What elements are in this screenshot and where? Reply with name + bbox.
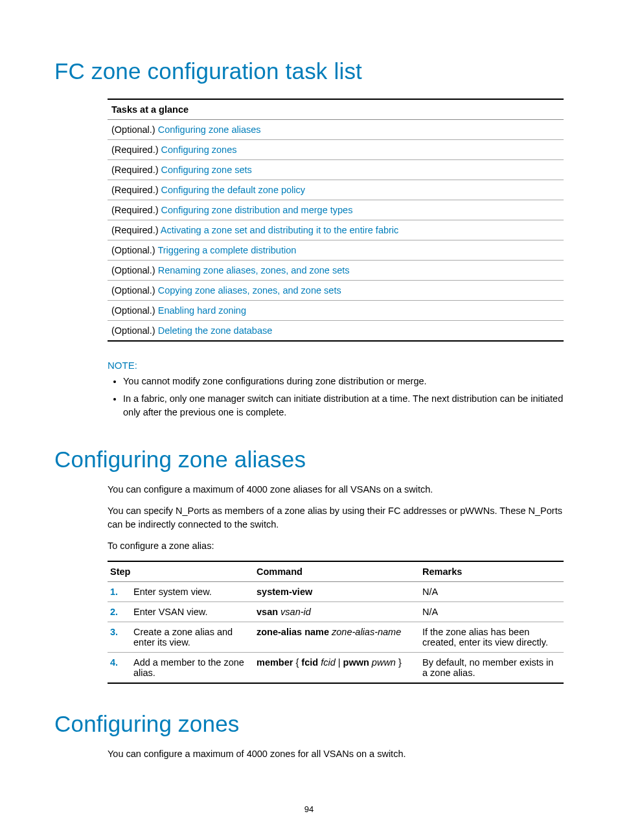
task-link[interactable]: Activating a zone set and distributing i… bbox=[161, 225, 399, 235]
steps-header-command: Command bbox=[254, 561, 420, 582]
step-description: Create a zone alias and enter its view. bbox=[131, 622, 254, 653]
step-command: system-view bbox=[254, 582, 420, 602]
task-prefix: (Optional.) bbox=[111, 325, 158, 336]
task-row: (Required.) Configuring zone distributio… bbox=[108, 200, 564, 220]
task-prefix: (Optional.) bbox=[111, 305, 158, 316]
task-prefix: (Optional.) bbox=[111, 124, 158, 135]
task-prefix: (Required.) bbox=[111, 185, 161, 195]
task-prefix: (Required.) bbox=[111, 165, 161, 175]
task-row: (Optional.) Copying zone aliases, zones,… bbox=[108, 281, 564, 301]
task-link[interactable]: Configuring zone distribution and merge … bbox=[161, 205, 353, 215]
task-prefix: (Required.) bbox=[111, 145, 161, 155]
step-command: vsan vsan-id bbox=[254, 602, 420, 622]
task-link[interactable]: Deleting the zone database bbox=[158, 325, 273, 336]
heading-task-list: FC zone configuration task list bbox=[54, 58, 564, 84]
step-remarks: N/A bbox=[420, 602, 564, 622]
note-item: You cannot modify zone configurations du… bbox=[123, 375, 564, 388]
task-row: (Required.) Configuring zone sets bbox=[108, 160, 564, 180]
step-number: 3. bbox=[108, 622, 131, 653]
step-command: zone-alias name zone-alias-name bbox=[254, 622, 420, 653]
task-row: (Required.) Configuring the default zone… bbox=[108, 180, 564, 200]
task-row: (Optional.) Configuring zone aliases bbox=[108, 120, 564, 140]
task-link[interactable]: Renaming zone aliases, zones, and zone s… bbox=[158, 265, 350, 275]
task-prefix: (Required.) bbox=[111, 225, 161, 235]
tasks-header: Tasks at a glance bbox=[108, 99, 564, 120]
task-row: (Optional.) Renaming zone aliases, zones… bbox=[108, 261, 564, 281]
task-link[interactable]: Configuring zone sets bbox=[161, 165, 252, 175]
task-row: (Optional.) Enabling hard zoning bbox=[108, 301, 564, 321]
task-link[interactable]: Triggering a complete distribution bbox=[157, 245, 296, 255]
step-description: Add a member to the zone alias. bbox=[131, 653, 254, 684]
heading-configuring-zone-aliases: Configuring zone aliases bbox=[54, 447, 564, 472]
step-description: Enter system view. bbox=[131, 582, 254, 602]
steps-header-step: Step bbox=[108, 561, 254, 582]
heading-configuring-zones: Configuring zones bbox=[54, 711, 564, 737]
step-command: member { fcid fcid | pwwn pwwn } bbox=[254, 653, 420, 684]
task-row: (Optional.) Deleting the zone database bbox=[108, 321, 564, 342]
task-prefix: (Optional.) bbox=[111, 285, 158, 296]
note-item: In a fabric, only one manager switch can… bbox=[123, 392, 564, 419]
step-number: 2. bbox=[108, 602, 131, 622]
task-prefix: (Optional.) bbox=[111, 265, 158, 275]
task-row: (Required.) Configuring zones bbox=[108, 140, 564, 160]
page-number: 94 bbox=[0, 804, 618, 814]
steps-table: Step Command Remarks 1.Enter system view… bbox=[108, 561, 564, 684]
task-prefix: (Optional.) bbox=[111, 245, 157, 255]
step-number: 4. bbox=[108, 653, 131, 684]
note-title: NOTE: bbox=[108, 360, 564, 371]
step-remarks: N/A bbox=[420, 582, 564, 602]
note-box: NOTE: You cannot modify zone configurati… bbox=[108, 360, 564, 419]
aliases-p3: To configure a zone alias: bbox=[108, 539, 564, 553]
task-row: (Optional.) Triggering a complete distri… bbox=[108, 240, 564, 261]
task-link[interactable]: Configuring the default zone policy bbox=[161, 185, 305, 195]
task-link[interactable]: Enabling hard zoning bbox=[158, 305, 246, 316]
aliases-p1: You can configure a maximum of 4000 zone… bbox=[108, 483, 564, 496]
steps-header-remarks: Remarks bbox=[420, 561, 564, 582]
task-prefix: (Required.) bbox=[111, 205, 161, 215]
aliases-p2: You can specify N_Ports as members of a … bbox=[108, 504, 564, 531]
task-link[interactable]: Configuring zones bbox=[161, 145, 237, 155]
task-row: (Required.) Activating a zone set and di… bbox=[108, 220, 564, 240]
task-link[interactable]: Copying zone aliases, zones, and zone se… bbox=[158, 285, 341, 296]
step-remarks: By default, no member exists in a zone a… bbox=[420, 653, 564, 684]
task-link[interactable]: Configuring zone aliases bbox=[158, 124, 261, 135]
step-number: 1. bbox=[108, 582, 131, 602]
step-remarks: If the zone alias has been created, ente… bbox=[420, 622, 564, 653]
step-description: Enter VSAN view. bbox=[131, 602, 254, 622]
tasks-at-a-glance-table: Tasks at a glance (Optional.) Configurin… bbox=[108, 99, 564, 342]
zones-p1: You can configure a maximum of 4000 zone… bbox=[108, 747, 564, 761]
